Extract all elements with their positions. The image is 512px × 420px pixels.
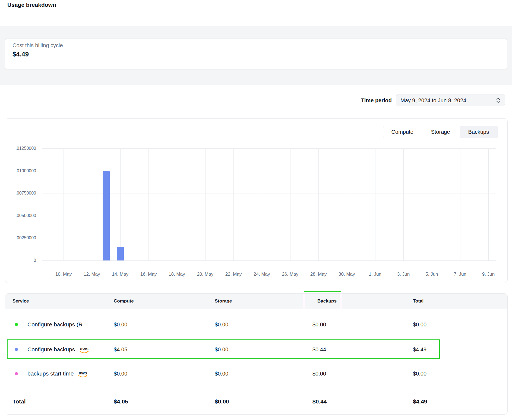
backups-value: $0.44 — [312, 346, 326, 352]
series-dot — [15, 323, 18, 326]
gridline-vertical — [92, 148, 92, 260]
y-axis-tick-label: .00750000 — [11, 191, 36, 196]
column-header-storage: Storage — [215, 298, 232, 304]
x-axis-tick-label: 1. Jun — [369, 272, 381, 277]
column-header-backups: Backups — [317, 298, 337, 304]
service-name: Configure backups (Resto — [27, 321, 83, 328]
cost-label: Cost this billing cycle — [12, 42, 63, 49]
chart-bar-14-may — [117, 247, 124, 260]
gridline-vertical — [318, 148, 319, 260]
table-total-row: Total $4.05 $0.00 $0.44 $4.49 — [5, 388, 507, 415]
x-axis-tick-label: 9. Jun — [482, 272, 495, 277]
x-axis-tick-label: 3. Jun — [397, 272, 410, 277]
table-row: Configure backups (Resto $0.00 $0.00 $0.… — [5, 309, 507, 340]
table-row: backups start time aws $0.00 $0.00 $0.00… — [5, 359, 507, 388]
gridline-horizontal — [42, 171, 496, 171]
gridline-vertical — [290, 148, 290, 260]
gridline-horizontal — [42, 148, 496, 149]
aws-swoosh-icon — [79, 351, 90, 354]
gridline-horizontal — [42, 260, 496, 261]
service-name: Configure backups — [27, 346, 75, 353]
gridline-vertical — [148, 148, 149, 260]
cost-summary-card: Cost this billing cycle $4.49 — [5, 38, 507, 70]
table-header-row: Service Compute Storage Backups Total — [5, 294, 507, 309]
page-title: Usage breakdown — [7, 2, 56, 8]
aws-logo: aws — [77, 371, 88, 378]
service-name: backups start time — [27, 370, 74, 377]
total-value: $0.00 — [413, 321, 426, 327]
compute-value: $0.00 — [114, 371, 127, 377]
time-period-label: Time period — [347, 97, 392, 104]
column-header-total: Total — [413, 298, 423, 304]
gridline-vertical — [347, 148, 347, 260]
backups-total: $0.44 — [312, 398, 327, 405]
y-axis-tick-label: .00500000 — [11, 213, 36, 218]
x-axis-tick-label: 12. May — [84, 272, 100, 277]
column-header-service: Service — [12, 298, 29, 304]
x-axis-tick-label: 26. May — [282, 272, 298, 277]
gridline-vertical — [460, 148, 460, 260]
y-axis-tick-label: .01000000 — [11, 168, 36, 173]
gridline-horizontal — [42, 216, 496, 216]
summary-section: Cost this billing cycle $4.49 — [0, 26, 512, 85]
gridline-vertical — [432, 148, 432, 260]
gridline-vertical — [205, 148, 206, 260]
gridline-vertical — [262, 148, 262, 260]
gridline-vertical — [120, 148, 121, 260]
gridline-horizontal — [42, 238, 496, 238]
x-axis-tick-label: 20. May — [197, 272, 213, 277]
usage-table-card: Service Compute Storage Backups Total Co… — [5, 293, 508, 415]
time-period-value: May 9, 2024 to Jun 8, 2024 — [400, 97, 466, 103]
chevron-up-down-icon — [495, 97, 501, 103]
x-axis-tick-label: 14. May — [112, 272, 128, 277]
backups-value: $0.00 — [312, 371, 326, 377]
table-row: Configure backups aws $4.05 $0.00 $0.44 … — [5, 340, 507, 359]
gridline-horizontal — [42, 193, 496, 193]
grand-total: $4.49 — [413, 398, 427, 405]
aws-swoosh-icon — [77, 375, 88, 378]
x-axis-tick-label: 30. May — [339, 272, 355, 277]
x-axis-tick-label: 7. Jun — [454, 272, 466, 277]
chart-bar-13-may — [103, 171, 110, 260]
cost-value: $4.49 — [12, 50, 29, 58]
storage-total: $0.00 — [215, 398, 229, 405]
gridline-vertical — [403, 148, 404, 260]
y-axis-tick-label: .01250000 — [11, 146, 36, 151]
gridline-vertical — [177, 148, 177, 260]
x-axis-tick-label: 16. May — [140, 272, 157, 277]
aws-logo: aws — [79, 346, 90, 354]
x-axis-tick-label: 5. Jun — [425, 272, 438, 277]
compute-value: $0.00 — [114, 321, 127, 327]
usage-chart-card: Compute Storage Backups .01250000.010000… — [5, 118, 508, 283]
storage-value: $0.00 — [215, 346, 228, 352]
total-value: $0.00 — [413, 371, 426, 377]
column-header-compute: Compute — [114, 298, 134, 304]
x-axis-tick-label: 18. May — [169, 272, 185, 277]
x-axis-tick-label: 22. May — [225, 272, 242, 277]
y-axis-tick-label: .00250000 — [11, 236, 36, 240]
compute-total: $4.05 — [114, 398, 128, 405]
series-dot — [15, 372, 18, 375]
time-period-select[interactable]: May 9, 2024 to Jun 8, 2024 — [396, 94, 505, 106]
gridline-vertical — [488, 148, 489, 260]
gridline-vertical — [233, 148, 234, 260]
storage-value: $0.00 — [215, 371, 228, 377]
x-axis-tick-label: 28. May — [310, 272, 327, 277]
total-value: $4.49 — [413, 346, 426, 352]
total-row-label: Total — [12, 398, 26, 405]
series-dot — [15, 348, 18, 351]
usage-breakdown-page: Usage breakdown Cost this billing cycle … — [0, 0, 512, 420]
x-axis-tick-label: 24. May — [254, 272, 270, 277]
chart-plot: .01250000.01000000.00750000.00500000.002… — [5, 119, 507, 283]
gridline-vertical — [375, 148, 375, 260]
storage-value: $0.00 — [215, 321, 228, 327]
backups-value: $0.00 — [312, 321, 326, 327]
gridline-vertical — [64, 148, 64, 260]
compute-value: $4.05 — [114, 346, 127, 352]
x-axis-tick-label: 10. May — [55, 272, 72, 277]
y-axis-tick-label: 0 — [11, 258, 36, 263]
